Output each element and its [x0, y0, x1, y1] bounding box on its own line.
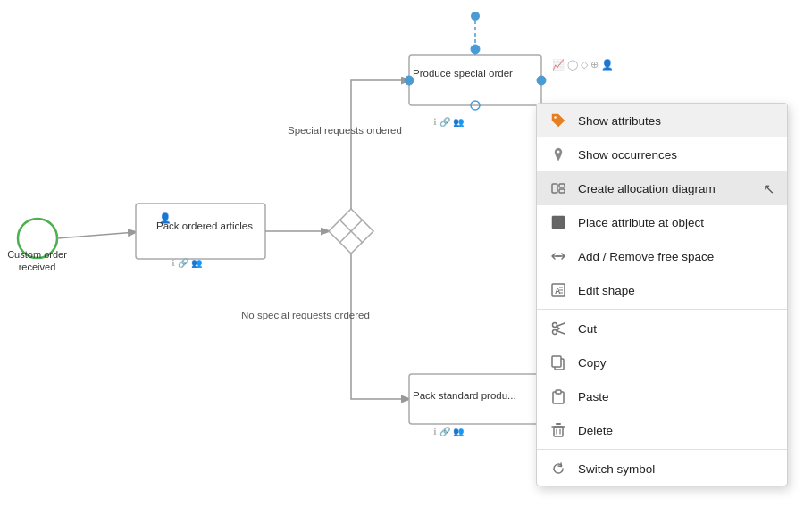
menu-item-show-attributes[interactable]: Show attributes — [537, 104, 787, 137]
menu-item-add-remove-space[interactable]: Add / Remove free space — [537, 239, 787, 273]
svg-rect-24 — [559, 189, 565, 193]
menu-item-switch-symbol[interactable]: Switch symbol — [537, 452, 787, 486]
svg-point-27 — [557, 255, 559, 257]
divider-1 — [537, 309, 787, 310]
paste-label: Paste — [578, 390, 609, 403]
svg-text:Produce special order: Produce special order — [413, 68, 513, 79]
place-attribute-label: Place attribute at object — [578, 216, 704, 229]
create-allocation-label: Create allocation diagram — [578, 182, 716, 195]
svg-rect-43 — [556, 390, 561, 394]
svg-point-28 — [559, 255, 561, 257]
switch-symbol-label: Switch symbol — [578, 462, 655, 476]
start-event-label: Custom order received — [4, 248, 71, 274]
text-box-icon: A — [549, 281, 567, 299]
menu-item-edit-shape[interactable]: A Edit shape — [537, 273, 787, 307]
refresh-icon — [549, 460, 567, 478]
svg-line-37 — [557, 331, 565, 335]
svg-text:ℹ 🔗 👥: ℹ 🔗 👥 — [172, 257, 203, 269]
svg-text:ℹ 🔗 👥: ℹ 🔗 👥 — [433, 116, 465, 128]
show-occurrences-label: Show occurrences — [578, 148, 677, 162]
pin-icon — [549, 145, 567, 163]
context-menu: Show attributes Show occurrences Create … — [536, 103, 788, 486]
scissors-icon — [549, 320, 567, 337]
svg-rect-41 — [552, 356, 561, 367]
svg-point-26 — [556, 255, 557, 257]
arrows-h-icon — [549, 247, 567, 265]
svg-rect-22 — [552, 184, 557, 193]
menu-item-show-occurrences[interactable]: Show occurrences — [537, 137, 787, 171]
menu-item-place-attribute[interactable]: Place attribute at object — [537, 205, 787, 239]
svg-text:Pack ordered articles: Pack ordered articles — [156, 220, 253, 231]
copy-icon — [549, 353, 567, 371]
menu-item-paste[interactable]: Paste — [537, 379, 787, 413]
edit-shape-label: Edit shape — [578, 284, 635, 297]
menu-item-delete[interactable]: Delete — [537, 413, 787, 447]
svg-line-0 — [57, 232, 136, 238]
copy-label: Copy — [578, 356, 607, 370]
cut-label: Cut — [578, 322, 597, 336]
square-filled-icon — [549, 213, 567, 231]
svg-text:Pack standard produ...: Pack standard produ... — [413, 390, 516, 401]
svg-text:No special requests ordered: No special requests ordered — [241, 310, 370, 320]
produce-special-task[interactable] — [409, 55, 541, 105]
svg-text:ℹ 🔗 👥: ℹ 🔗 👥 — [433, 426, 465, 437]
tag-icon — [549, 112, 567, 129]
delete-label: Delete — [578, 424, 613, 437]
svg-rect-23 — [559, 184, 565, 187]
svg-point-21 — [557, 151, 560, 154]
menu-item-cut[interactable]: Cut — [537, 312, 787, 345]
svg-text:📈 ◯ ◇ ⊕ 👤: 📈 ◯ ◇ ⊕ 👤 — [552, 58, 614, 71]
paste-icon — [549, 387, 567, 405]
add-remove-space-label: Add / Remove free space — [578, 250, 714, 263]
pack-ordered-task[interactable] — [136, 204, 265, 259]
svg-point-20 — [554, 116, 556, 118]
svg-line-39 — [557, 328, 559, 331]
svg-text:Special requests ordered: Special requests ordered — [288, 125, 402, 136]
svg-point-9 — [537, 76, 546, 85]
trash-icon — [549, 421, 567, 439]
svg-rect-25 — [552, 216, 565, 229]
svg-rect-44 — [554, 427, 563, 436]
svg-line-36 — [557, 323, 565, 327]
svg-point-13 — [471, 12, 480, 21]
allocation-icon — [549, 179, 567, 197]
menu-item-copy[interactable]: Copy — [537, 345, 787, 379]
divider-2 — [537, 449, 787, 450]
show-attributes-label: Show attributes — [578, 114, 661, 128]
menu-item-create-allocation[interactable]: Create allocation diagram ↖ — [537, 171, 787, 205]
